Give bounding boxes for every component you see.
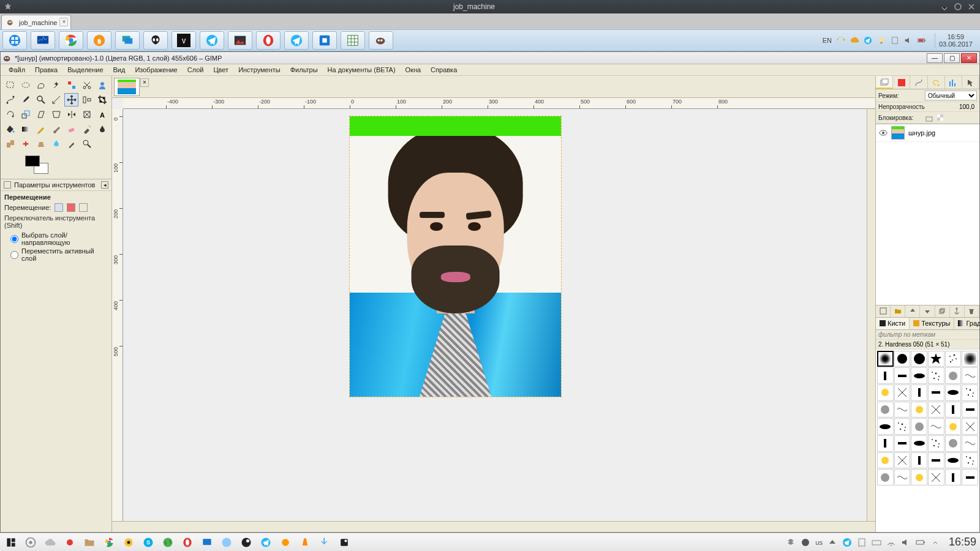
- tool-align[interactable]: [80, 93, 94, 107]
- image-tab-close[interactable]: ×: [140, 78, 149, 87]
- tray-up-icon[interactable]: [827, 538, 837, 547]
- brush-cell[interactable]: [894, 367, 911, 384]
- gimp-minimize-button[interactable]: —: [927, 53, 943, 63]
- brush-cell[interactable]: [911, 469, 927, 485]
- brush-cell[interactable]: [911, 452, 927, 469]
- tool-pencil[interactable]: [34, 122, 48, 136]
- menu-file[interactable]: Файл: [4, 65, 29, 75]
- brush-cell[interactable]: [911, 435, 927, 452]
- tool-options-collapse[interactable]: ◂: [101, 181, 108, 189]
- tab-layers[interactable]: [876, 76, 893, 89]
- visibility-icon[interactable]: [879, 129, 888, 137]
- layer-new[interactable]: [876, 305, 891, 317]
- kde-menu-button[interactable]: [4, 535, 18, 550]
- task-chrome-2[interactable]: [102, 535, 116, 550]
- task-globe[interactable]: [160, 535, 175, 550]
- tray-volume-icon[interactable]: [904, 36, 913, 45]
- tool-rect-select[interactable]: [3, 78, 17, 92]
- brush-cell[interactable]: [894, 418, 911, 435]
- ruler-horizontal[interactable]: -400 -300 -200 -100 0 100 200 300 400 50…: [123, 98, 875, 109]
- task-skype[interactable]: S: [141, 535, 156, 550]
- task-gimp[interactable]: [369, 31, 393, 50]
- canvas-viewport[interactable]: [123, 109, 875, 521]
- menu-filters[interactable]: Фильтры: [286, 65, 322, 75]
- kde-minimize-button[interactable]: [940, 2, 949, 12]
- tray-network-icon[interactable]: [886, 538, 896, 547]
- menu-select[interactable]: Выделение: [63, 65, 107, 75]
- tab-channels[interactable]: [893, 76, 910, 89]
- bottom-clock[interactable]: 16:59: [945, 536, 976, 549]
- brush-cell[interactable]: [962, 351, 978, 367]
- brush-cell[interactable]: [945, 402, 962, 418]
- tool-dodge[interactable]: [80, 137, 94, 151]
- task-chrome[interactable]: [59, 31, 83, 50]
- task-spreadsheet[interactable]: [341, 31, 365, 50]
- brush-cell[interactable]: [945, 351, 962, 367]
- brush-cell[interactable]: [962, 384, 978, 401]
- tray-clipboard-icon[interactable]: [891, 36, 899, 45]
- brush-filter[interactable]: фильтр по меткам: [876, 330, 979, 340]
- task-files[interactable]: [82, 535, 97, 550]
- tool-eraser[interactable]: [64, 122, 78, 136]
- color-swatches[interactable]: [1, 153, 111, 179]
- task-tool[interactable]: [312, 31, 337, 50]
- brush-cell[interactable]: [894, 351, 911, 367]
- tab-patterns[interactable]: Текстуры: [910, 318, 954, 329]
- tool-paths[interactable]: [3, 93, 17, 107]
- brush-cell[interactable]: [945, 367, 962, 384]
- task-steam-2[interactable]: [337, 535, 352, 550]
- menu-tools[interactable]: Инструменты: [234, 65, 285, 75]
- tool-blur[interactable]: [49, 137, 63, 151]
- menu-image[interactable]: Изображение: [130, 65, 181, 75]
- task-orange[interactable]: [278, 535, 293, 550]
- opt-pick-layer[interactable]: Выбрать слой/направляющую: [4, 231, 108, 247]
- tray-bulb-icon[interactable]: [877, 36, 886, 45]
- brush-cell[interactable]: [877, 452, 894, 469]
- tool-smudge[interactable]: [64, 137, 78, 151]
- bottom-lang[interactable]: us: [815, 539, 823, 546]
- brush-cell[interactable]: [945, 452, 962, 469]
- canvas-vscrollbar[interactable]: [867, 109, 875, 521]
- tab-gradients[interactable]: Градиенты: [954, 318, 980, 329]
- fg-color-swatch[interactable]: [25, 156, 40, 167]
- task-browser[interactable]: [219, 535, 234, 550]
- tool-clone[interactable]: [3, 137, 17, 151]
- brush-cell[interactable]: [928, 435, 944, 452]
- brush-cell[interactable]: [877, 384, 894, 401]
- brush-cell[interactable]: [911, 384, 927, 401]
- move-mode-path[interactable]: [79, 203, 88, 212]
- tool-text[interactable]: A: [95, 108, 109, 121]
- gimp-maximize-button[interactable]: ▢: [944, 53, 960, 63]
- brush-cell[interactable]: [928, 469, 944, 485]
- tool-zoom[interactable]: [34, 93, 48, 107]
- tray-clipboard-bottom[interactable]: [857, 538, 867, 547]
- brush-cell[interactable]: [962, 452, 978, 469]
- brush-cell[interactable]: [945, 384, 962, 401]
- task-letter-v[interactable]: V: [172, 31, 196, 50]
- task-red[interactable]: [62, 535, 77, 550]
- tab-undo[interactable]: [928, 76, 945, 89]
- lang-indicator[interactable]: EN: [823, 37, 832, 44]
- tray-sync-icon[interactable]: [837, 36, 845, 45]
- ruler-vertical[interactable]: 0 100 200 300 400 500: [112, 109, 123, 521]
- task-telegram-2[interactable]: [284, 31, 309, 50]
- lock-pixels-icon[interactable]: [925, 113, 933, 122]
- brush-cell[interactable]: [945, 435, 962, 452]
- tool-ellipse-select[interactable]: [18, 78, 32, 92]
- task-steam[interactable]: [239, 535, 254, 550]
- tool-color-picker[interactable]: [18, 93, 32, 107]
- tray-steam-icon[interactable]: [801, 538, 810, 547]
- tab-close-button[interactable]: ×: [59, 18, 68, 26]
- opt-move-active[interactable]: Переместить активный слой: [4, 247, 108, 263]
- brush-cell[interactable]: [911, 351, 927, 367]
- layer-delete[interactable]: [965, 305, 979, 317]
- brush-cell[interactable]: [894, 402, 911, 418]
- task-monitor[interactable]: [31, 31, 55, 50]
- brush-cell[interactable]: [911, 402, 927, 418]
- brush-cell[interactable]: [877, 418, 894, 435]
- tool-move[interactable]: [64, 93, 78, 107]
- brush-cell[interactable]: [911, 418, 927, 435]
- tool-flip[interactable]: [64, 108, 78, 121]
- tool-perspective[interactable]: [49, 108, 63, 121]
- tool-measure[interactable]: [49, 93, 63, 107]
